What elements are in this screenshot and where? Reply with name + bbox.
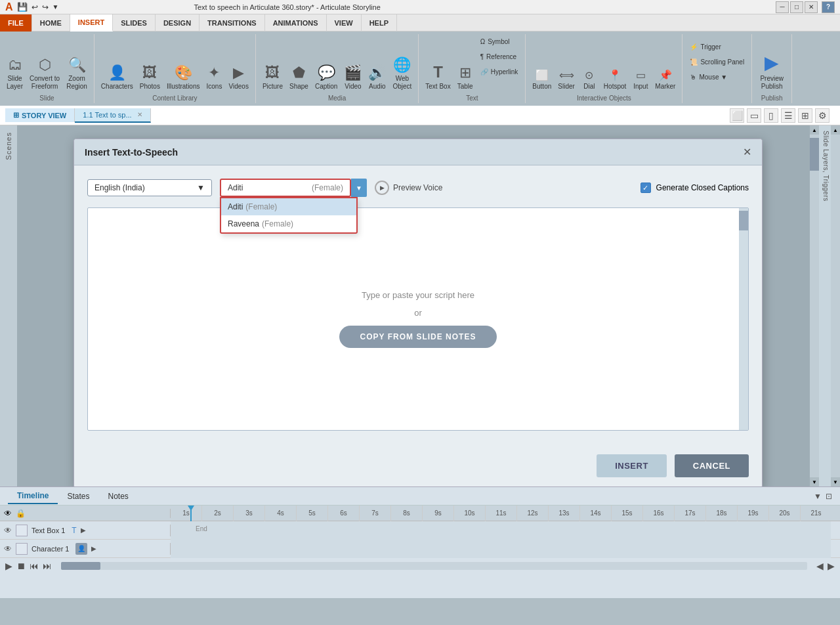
tab-transitions[interactable]: TRANSITIONS [200,14,265,32]
script-scrollbar[interactable] [739,208,748,430]
voice-option-raveena[interactable]: Raveena (Female) [221,215,356,232]
play-button[interactable]: ▶ [5,561,12,571]
scroll-down-arrow[interactable]: ▼ [810,477,819,486]
zoom-region-button[interactable]: 🔍 ZoomRegion [64,46,90,92]
dialog-close-button[interactable]: ✕ [743,146,751,158]
tab-home[interactable]: HOME [32,14,70,32]
maximize-button[interactable]: □ [790,1,803,13]
button-button[interactable]: ⬜ Button [530,46,554,92]
view-narrow-icon[interactable]: ▯ [764,108,778,123]
text-box-button[interactable]: T Text Box [423,46,453,92]
videos-button[interactable]: ▶ Videos [226,46,251,92]
view-grid-icon[interactable]: ⊞ [798,108,812,123]
timeline-scroll-track[interactable] [61,562,807,570]
tab-notes[interactable]: Notes [99,489,138,504]
icons-button[interactable]: ✦ Icons [203,46,224,92]
dial-button[interactable]: ⊙ Dial [579,46,600,92]
photos-button[interactable]: 🖼 Photos [137,46,163,92]
shape-button[interactable]: ⬟ Shape [287,46,311,92]
preview-voice-button[interactable]: ▶ Preview Voice [375,181,442,195]
tab-slides[interactable]: SLIDES [113,14,156,32]
view-settings-icon[interactable]: ⚙ [815,108,830,123]
tab-animations[interactable]: ANIMATIONS [265,14,327,32]
close-button[interactable]: ✕ [805,1,818,13]
slider-button[interactable]: ⟺ Slider [555,46,578,92]
timeline-pop-out-icon[interactable]: ⊡ [826,492,832,501]
story-view-tab[interactable]: ⊞ STORY VIEW [5,108,75,122]
scroll-right-icon[interactable]: ▶ [828,561,835,571]
timeline-expand-icon[interactable]: ▼ [814,492,822,501]
view-list-icon[interactable]: ☰ [781,108,795,123]
app-title: Text to speech in Articulate 360.story* … [194,3,380,11]
preview-button[interactable]: ▶ PreviewPublish [756,46,788,92]
voice-select[interactable]: Aditi (Female) [220,179,351,197]
voice-option-aditi[interactable]: Aditi (Female) [221,198,356,215]
audio-button[interactable]: 🔊 Audio [366,46,388,92]
next-button[interactable]: ⏭ [43,561,52,571]
picture-button[interactable]: 🖼 Picture [260,46,285,92]
insert-button[interactable]: INSERT [597,454,667,477]
input-label: Input [633,83,648,91]
photos-label: Photos [140,83,160,91]
time-ruler: 1s 2s 3s 4s 5s 6s 7s 8s 9s 10s 11s 12s 1… [171,506,831,521]
caption-button[interactable]: 💬 Caption [312,46,340,92]
hotspot-button[interactable]: 📍 Hotspot [601,46,629,92]
tab-insert[interactable]: INSERT [70,14,113,32]
character-row-info: 👁 Character 1 👤 ▶ [0,543,171,555]
script-area[interactable]: Type or paste your script here or COPY F… [87,207,749,431]
scroll-up-arrow[interactable]: ▲ [810,125,819,135]
hyperlink-button[interactable]: 🔗 Hyperlink [477,64,522,79]
right-scroll-up[interactable]: ▲ [831,125,840,135]
tab-view[interactable]: VIEW [327,14,362,32]
view-wide-icon[interactable]: ▭ [747,108,761,123]
copy-from-slide-notes-button[interactable]: COPY FROM SLIDE NOTES [339,326,497,348]
tab-timeline[interactable]: Timeline [8,488,58,504]
language-select[interactable]: English (India) ▼ [87,179,212,196]
scroll-left-icon[interactable]: ◀ [816,561,824,571]
marker-label: Marker [655,83,675,91]
textbox-lock-checkbox[interactable] [16,525,28,536]
character-expand-icon[interactable]: ▶ [91,545,96,552]
generate-cc-checkbox[interactable]: ✓ [640,183,651,193]
title-bar-controls: ─ □ ✕ ? [776,1,835,13]
title-bar-dropdown[interactable]: ▼ [52,3,59,11]
illustrations-button[interactable]: 🎨 Illustrations [164,46,203,92]
title-bar-undo[interactable]: ↩ [32,3,38,12]
prev-button[interactable]: ⏮ [30,561,39,571]
character-eye-icon[interactable]: 👁 [4,544,12,553]
tab-states[interactable]: States [58,489,98,504]
tab-close-icon[interactable]: ✕ [137,111,142,118]
minimize-button[interactable]: ─ [776,1,789,13]
title-bar-redo[interactable]: ↪ [42,3,49,12]
convert-freeform-button[interactable]: ⬡ Convert toFreeform [27,46,62,92]
textbox-eye-icon[interactable]: 👁 [4,526,12,535]
playhead-line [190,506,192,521]
cancel-button[interactable]: CANCEL [675,454,749,477]
symbol-button[interactable]: Ω Symbol [477,34,522,49]
marker-button[interactable]: 📌 Marker [652,46,678,92]
help-button[interactable]: ? [822,1,835,13]
input-button[interactable]: ▭ Input [630,46,651,92]
right-scroll-down[interactable]: ▼ [831,477,840,486]
reference-button[interactable]: ¶ Reference [477,49,522,64]
scrolling-panel-button[interactable]: 📜 Scrolling Panel [686,54,747,69]
tab-design[interactable]: DESIGN [156,14,200,32]
tab-help[interactable]: HELP [362,14,397,32]
slide-tab[interactable]: 1.1 Text to sp... ✕ [75,108,150,123]
web-object-button[interactable]: 🌐 WebObject [390,46,414,92]
trigger-button[interactable]: ⚡ Trigger [686,39,747,54]
mouse-button[interactable]: 🖱 Mouse ▼ [686,70,747,84]
slide-layer-button[interactable]: 🗂 SlideLayer [4,46,26,92]
voice-dropdown-btn[interactable]: ▼ [351,179,367,197]
zoom-region-icon: 🔍 [68,56,86,74]
tab-file[interactable]: FILE [0,14,32,32]
character-lock-checkbox[interactable] [16,543,28,555]
characters-button[interactable]: 👤 Characters [98,46,136,92]
table-button[interactable]: ⊞ Table [455,46,476,92]
textbox-expand-icon[interactable]: ▶ [81,527,86,534]
title-bar-save[interactable]: 💾 [17,2,28,12]
stop-button[interactable]: ⏹ [16,561,26,571]
video-button[interactable]: 🎬 Video [341,46,364,92]
view-normal-icon[interactable]: ⬜ [730,108,744,123]
preview-icon: ▶ [765,52,779,74]
